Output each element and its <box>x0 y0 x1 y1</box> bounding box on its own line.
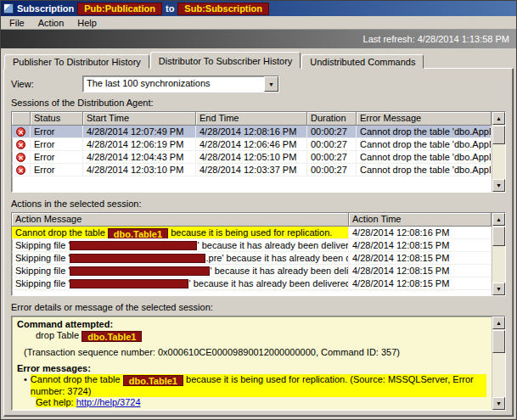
actions-table-body: Action Message Action Time Cannot drop t… <box>12 213 492 295</box>
details-vertical-scrollbar[interactable]: ▲ ▼ <box>492 316 505 410</box>
publication-redaction: Pub:Publication <box>77 3 162 15</box>
action-message: Skipping file '' because it has already … <box>12 265 349 277</box>
session-status: Error <box>31 151 83 163</box>
column-end-time[interactable]: End Time <box>196 112 307 126</box>
column-start-time[interactable]: Start Time <box>83 112 196 126</box>
details-section-label: Error details or message of the selected… <box>11 302 506 314</box>
file-name-redaction <box>70 254 205 263</box>
session-duration: 00:00:27 <box>307 151 357 163</box>
action-time: 4/28/2014 12:08:15 PM <box>349 277 492 289</box>
scrollbar-track[interactable] <box>492 329 505 397</box>
action-row[interactable]: Cannot drop the table dbo.Table1 because… <box>12 227 492 239</box>
window-title-connector: to <box>166 3 174 14</box>
error-icon: ✕ <box>16 153 25 162</box>
scrollbar-track[interactable] <box>492 125 505 179</box>
error-message-1-text: Cannot drop the table dbo.Table1 because… <box>31 374 486 397</box>
session-end-time: 4/28/2014 12:08:16 PM <box>196 126 307 137</box>
view-dropdown[interactable]: The last 100 synchronizations ▼ <box>82 76 279 92</box>
session-row[interactable]: ✕ Error 4/28/2014 12:06:19 PM 4/28/2014 … <box>12 138 492 151</box>
menu-action[interactable]: Action <box>31 17 71 29</box>
menu-file[interactable]: File <box>3 17 31 29</box>
table-name-redaction: dbo.Table1 <box>123 375 183 386</box>
column-status[interactable]: Status <box>31 112 83 126</box>
action-row[interactable]: Skipping file '' because it has already … <box>12 277 492 290</box>
session-error-message: Cannot drop the table 'dbo.AppD... <box>357 164 492 176</box>
tab-distributor-to-subscriber-history[interactable]: Distributor To Subscriber History <box>150 52 301 69</box>
table-name-redaction: dbo.Table1 <box>108 228 168 238</box>
tab-undistributed-commands[interactable]: Undistributed Commands <box>301 54 424 69</box>
error-icon: ✕ <box>16 127 25 137</box>
file-name-redaction <box>70 266 210 276</box>
actions-table-header: Action Message Action Time <box>12 213 492 227</box>
tab-publisher-to-distributor-history[interactable]: Publisher To Distributor History <box>4 54 149 69</box>
session-error-message: Cannot drop the table 'dbo.AppD... <box>357 151 492 163</box>
dropdown-arrow-icon[interactable]: ▼ <box>264 76 278 92</box>
column-error-message[interactable]: Error Message <box>357 112 492 126</box>
column-action-message[interactable]: Action Message <box>12 213 349 227</box>
tab-panel: View: The last 100 synchronizations ▼ Se… <box>3 68 514 417</box>
action-time: 4/28/2014 12:08:15 PM <box>349 252 492 264</box>
last-refresh-text: Last refresh: 4/28/2014 1:13:58 PM <box>363 34 509 44</box>
title-bar[interactable]: Subscription Pub:Publication to Sub:Subs… <box>1 1 516 16</box>
scroll-up-icon[interactable]: ▲ <box>492 112 505 125</box>
session-duration: 00:00:27 <box>307 164 357 176</box>
session-row[interactable]: ✕ Error 4/28/2014 12:04:43 PM 4/28/2014 … <box>12 151 492 164</box>
actions-vertical-scrollbar[interactable]: ▲ ▼ <box>492 213 505 295</box>
status-cell: ✕ <box>12 164 31 176</box>
error-icon: ✕ <box>16 165 25 175</box>
action-row[interactable]: Skipping file '' because it has already … <box>12 265 492 277</box>
column-action-time[interactable]: Action Time <box>349 213 492 227</box>
scrollbar-thumb[interactable] <box>492 330 505 353</box>
session-status: Error <box>31 164 83 176</box>
transaction-line: (Transaction sequence number: 0x000610CE… <box>17 347 486 358</box>
command-attempted-header: Command attempted: <box>17 319 486 330</box>
get-help-link[interactable]: http://help/3724 <box>76 397 141 407</box>
status-cell: ✕ <box>12 138 31 150</box>
action-time: 4/28/2014 12:08:16 PM <box>349 227 492 238</box>
bullet-icon: • <box>24 408 27 410</box>
actions-table: Action Message Action Time Cannot drop t… <box>11 212 506 296</box>
action-message: Skipping file '' because it has already … <box>12 239 349 251</box>
session-error-message: Cannot drop the table 'dbo.AppD... <box>357 138 492 150</box>
replication-subscription-window: Subscription Pub:Publication to Sub:Subs… <box>0 0 517 420</box>
session-start-time: 4/28/2014 12:04:43 PM <box>83 151 196 163</box>
session-error-message: Cannot drop the table 'dbo.AppD... <box>357 126 492 137</box>
scroll-down-icon[interactable]: ▼ <box>492 397 505 410</box>
session-row[interactable]: ✕ Error 4/28/2014 12:03:10 PM 4/28/2014 … <box>12 164 492 176</box>
get-help-label: Get help: <box>36 397 76 407</box>
session-duration: 00:00:27 <box>307 138 357 150</box>
session-status: Error <box>31 138 83 150</box>
action-message: Skipping file '' because it has already … <box>12 277 349 289</box>
scroll-down-icon[interactable]: ▼ <box>492 283 505 295</box>
window-title: Subscription <box>17 3 74 14</box>
error-message-1: • Cannot drop the table dbo.Table1 becau… <box>17 374 486 397</box>
scroll-up-icon[interactable]: ▲ <box>492 213 505 226</box>
error-messages-header: Error messages: <box>17 363 486 374</box>
scrollbar-track[interactable] <box>492 226 505 283</box>
view-row: View: The last 100 synchronizations ▼ <box>11 76 506 92</box>
view-dropdown-value: The last 100 synchronizations <box>83 76 264 92</box>
session-start-time: 4/28/2014 12:07:49 PM <box>83 126 196 137</box>
scrollbar-thumb[interactable] <box>492 126 505 144</box>
scrollbar-thumb[interactable] <box>492 227 505 246</box>
action-message: Cannot drop the table dbo.Table1 because… <box>12 227 349 238</box>
menu-help[interactable]: Help <box>70 17 104 29</box>
session-end-time: 4/28/2014 12:06:46 PM <box>196 138 307 150</box>
action-row[interactable]: Skipping file '' because it has already … <box>12 239 492 252</box>
sessions-table-header: Status Start Time End Time Duration Erro… <box>12 112 492 126</box>
session-start-time: 4/28/2014 12:06:19 PM <box>83 138 196 150</box>
last-refresh-banner: Last refresh: 4/28/2014 1:13:58 PM <box>1 30 516 48</box>
action-row[interactable]: Skipping file '.pre' because it has alre… <box>12 252 492 265</box>
action-time: 4/28/2014 12:08:15 PM <box>349 239 492 251</box>
error-icon: ✕ <box>16 140 25 149</box>
scroll-up-icon[interactable]: ▲ <box>492 316 505 329</box>
scroll-down-icon[interactable]: ▼ <box>492 179 505 192</box>
sessions-vertical-scrollbar[interactable]: ▲ ▼ <box>492 112 505 192</box>
actions-section-label: Actions in the selected session: <box>11 199 506 210</box>
menu-bar: File Action Help <box>1 16 516 30</box>
action-message: Skipping file '.pre' because it has alre… <box>12 252 349 264</box>
session-start-time: 4/28/2014 12:03:10 PM <box>83 164 196 176</box>
column-status-icon[interactable] <box>12 112 31 126</box>
session-row[interactable]: ✕ Error 4/28/2014 12:07:49 PM 4/28/2014 … <box>12 126 492 138</box>
column-duration[interactable]: Duration <box>307 112 357 126</box>
